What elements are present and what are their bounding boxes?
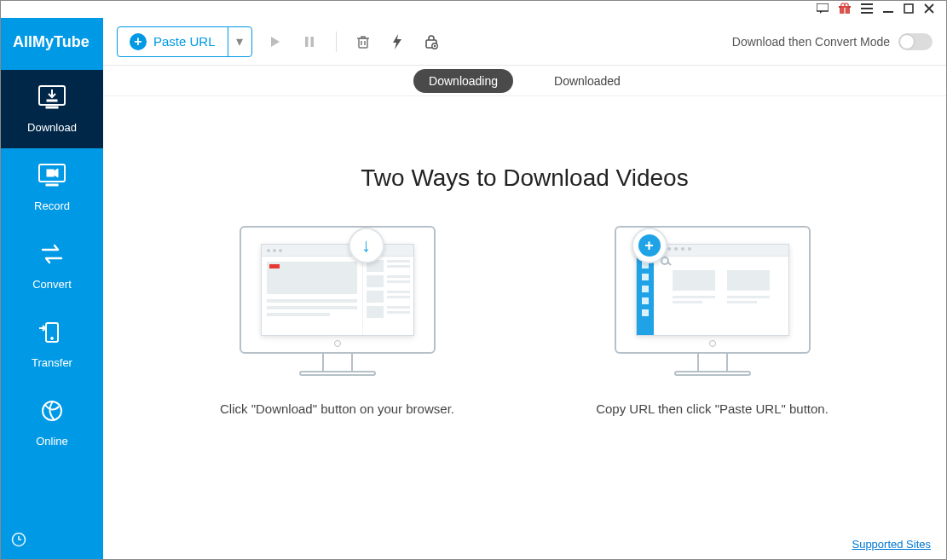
transfer-icon (38, 320, 66, 348)
svg-rect-7 (861, 8, 873, 9)
sidebar-item-download[interactable]: Download (1, 70, 103, 148)
svg-rect-0 (817, 3, 829, 11)
svg-rect-2 (844, 7, 846, 14)
svg-rect-9 (883, 11, 893, 13)
paste-url-button[interactable]: + Paste URL (118, 27, 228, 56)
monitor-illustration: + (615, 226, 811, 376)
svg-rect-21 (305, 37, 309, 47)
way-browser-extension: ↓ Click "Download" button on your browse… (210, 226, 465, 419)
sidebar-item-record[interactable]: Record (1, 148, 103, 227)
schedule-icon[interactable] (11, 532, 26, 551)
feedback-icon[interactable] (817, 3, 829, 15)
gift-icon[interactable] (839, 3, 851, 16)
svg-rect-12 (47, 100, 57, 101)
menu-icon[interactable] (861, 3, 873, 15)
play-icon[interactable] (264, 31, 286, 53)
sidebar-item-label: Record (34, 199, 70, 212)
convert-icon (38, 241, 66, 269)
sidebar-item-convert[interactable]: Convert (1, 227, 103, 305)
turbo-icon[interactable] (386, 31, 408, 53)
tabs-bar: Downloading Downloaded (103, 66, 946, 96)
way-paste-url: + Copy URL then click "Paste URL" button… (585, 226, 840, 419)
sidebar-item-transfer[interactable]: Transfer (1, 305, 103, 384)
sidebar-item-label: Convert (32, 278, 72, 291)
monitor-illustration: ↓ (240, 226, 436, 376)
record-icon (38, 163, 66, 191)
sidebar: AllMyTube Download Record Convert Transf… (1, 18, 103, 559)
sidebar-item-label: Download (27, 121, 77, 134)
tab-downloading[interactable]: Downloading (413, 69, 513, 93)
content-headline: Two Ways to Download Videos (137, 165, 912, 192)
main-area: + Paste URL ▾ Download then Convert Mode… (103, 18, 946, 559)
download-icon (38, 84, 66, 113)
download-arrow-icon: ↓ (349, 228, 384, 263)
plus-icon: + (130, 33, 147, 50)
privacy-icon[interactable] (420, 31, 442, 53)
svg-rect-10 (904, 4, 913, 13)
convert-mode: Download then Convert Mode (732, 33, 933, 50)
sidebar-item-online[interactable]: Online (1, 384, 103, 462)
paste-url-dropdown[interactable]: ▾ (228, 27, 251, 56)
toolbar: + Paste URL ▾ Download then Convert Mode (103, 18, 946, 66)
svg-rect-23 (359, 38, 367, 48)
supported-sites-link[interactable]: Supported Sites (852, 538, 931, 551)
online-icon (38, 398, 66, 426)
convert-mode-toggle[interactable] (898, 33, 933, 50)
svg-point-18 (51, 338, 54, 340)
maximize-icon[interactable] (904, 3, 914, 15)
tab-downloaded[interactable]: Downloaded (539, 69, 636, 93)
svg-rect-16 (46, 184, 58, 186)
svg-point-26 (433, 44, 435, 46)
separator (336, 32, 337, 52)
pause-icon[interactable] (298, 31, 320, 53)
svg-rect-6 (861, 3, 873, 5)
svg-rect-15 (47, 170, 54, 176)
app-title: AllMyTube (1, 18, 103, 70)
trash-icon[interactable] (352, 31, 374, 53)
paste-url-group: + Paste URL ▾ (117, 26, 252, 57)
system-bar (1, 1, 946, 18)
way1-caption: Click "Download" button on your browser. (220, 400, 454, 419)
close-icon[interactable] (924, 3, 934, 15)
paste-url-label: Paste URL (153, 34, 216, 49)
convert-mode-label: Download then Convert Mode (732, 35, 890, 49)
svg-rect-8 (861, 12, 873, 14)
sidebar-item-label: Transfer (32, 356, 72, 369)
svg-rect-13 (46, 107, 58, 108)
add-url-icon: + (632, 228, 667, 263)
way2-caption: Copy URL then click "Paste URL" button. (596, 400, 829, 419)
sidebar-item-label: Online (36, 435, 68, 447)
content: Two Ways to Download Videos (103, 96, 946, 559)
svg-rect-22 (310, 37, 314, 47)
minimize-icon[interactable] (883, 3, 893, 15)
